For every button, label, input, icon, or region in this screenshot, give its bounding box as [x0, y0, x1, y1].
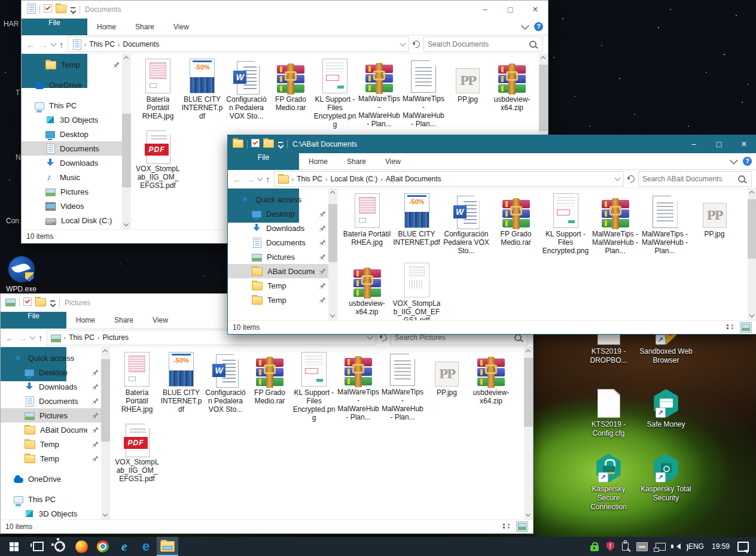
file-item[interactable]: usbdeview-x64.zip: [342, 263, 392, 320]
sidebar-item-temp[interactable]: Temp: [22, 57, 122, 72]
qat-properties-button[interactable]: [44, 4, 52, 15]
files-scrollbar[interactable]: [748, 189, 756, 320]
scroll-up-icon[interactable]: [539, 54, 548, 63]
scroll-up-icon[interactable]: [748, 189, 756, 198]
partial-desktop-label[interactable]: T: [16, 89, 20, 97]
sidebar-item-downloads[interactable]: Downloads: [228, 221, 328, 235]
volume-icon[interactable]: [673, 543, 681, 549]
taskbar-button-start[interactable]: [0, 537, 28, 556]
file-item[interactable]: Configuración Pedalera VOX Sto...: [441, 193, 491, 263]
file-item[interactable]: Batería Portátil RHEA.jpg: [115, 352, 159, 421]
taskbar-button-taskview[interactable]: [28, 537, 49, 556]
taskbar-button-chrome[interactable]: [92, 537, 114, 556]
taskbar-button-file-explorer[interactable]: [157, 537, 178, 556]
scroll-thumb[interactable]: [539, 65, 548, 131]
tab-share[interactable]: Share: [105, 312, 143, 328]
qat-properties-button[interactable]: [251, 139, 260, 150]
file-item[interactable]: Batería Portátil RHEA.jpg: [136, 59, 180, 128]
vmware-tools-icon[interactable]: [636, 542, 648, 551]
qat-properties-button[interactable]: [23, 297, 32, 308]
qat-location-button[interactable]: [5, 297, 16, 309]
tab-home[interactable]: Home: [66, 312, 105, 328]
qat-new-folder-button[interactable]: [263, 138, 274, 150]
help-icon[interactable]: [743, 157, 752, 166]
file-item[interactable]: usbdeview-x64.zip: [469, 352, 513, 421]
qat-new-folder-button[interactable]: [56, 4, 66, 16]
address-box[interactable]: ›This PC›Documents: [68, 37, 410, 52]
desktop-icon-kaspersky-secure-connection[interactable]: Kaspersky Secure Connection: [580, 451, 637, 512]
file-item[interactable]: Batería Portátil RHEA.jpg: [342, 193, 392, 263]
file-item[interactable]: VOX_StompLab_IIG_OM_EFGS1.pdf: [136, 128, 180, 198]
sidebar-item-abait-documents[interactable]: ABait Documents: [1, 423, 101, 437]
forward-button[interactable]: →: [39, 40, 48, 49]
file-item[interactable]: Configuración Pedalera VOX Sto...: [203, 352, 248, 421]
file-item[interactable]: MalWareTips - MalWareHub - Plan...: [380, 352, 425, 421]
file-item[interactable]: KL Support - Files Encrypted.png: [292, 352, 336, 421]
partial-desktop-label[interactable]: Con: [6, 217, 19, 225]
sidebar-item-temp[interactable]: Temp: [1, 437, 101, 451]
file-item[interactable]: PP.jpg: [446, 59, 490, 128]
sidebar-item-desktop[interactable]: Desktop: [1, 365, 101, 379]
scroll-down-icon[interactable]: [748, 311, 756, 320]
address-dropdown-icon[interactable]: [367, 334, 373, 340]
breadcrumb-item[interactable]: Local Disk (C:): [331, 175, 378, 183]
scroll-thumb[interactable]: [122, 114, 131, 187]
details-view-icon[interactable]: [724, 322, 736, 333]
partial-desktop-label[interactable]: N: [16, 153, 21, 162]
address-box[interactable]: ›This PC›Local Disk (C:)›ABait Documents: [274, 171, 624, 187]
sidebar-item-documents[interactable]: Documents: [1, 394, 101, 408]
desktop-icon-kts2019-config-cfg[interactable]: KTS2019 - Config.cfg: [580, 387, 637, 438]
expand-ribbon-icon[interactable]: [730, 156, 738, 164]
up-button[interactable]: ↑: [38, 333, 43, 342]
kaspersky-vpn-icon[interactable]: [590, 545, 599, 551]
scroll-thumb[interactable]: [328, 204, 337, 262]
desktop-icon-wpd-exe[interactable]: WPD.exe: [0, 251, 50, 294]
taskbar-button-settings[interactable]: [49, 537, 71, 556]
refresh-icon[interactable]: [411, 40, 421, 49]
file-item[interactable]: FP Grado Medio.rar: [248, 352, 292, 421]
file-item[interactable]: KL Support - Files Encrypted.png: [541, 193, 590, 263]
expand-ribbon-icon[interactable]: [521, 21, 529, 29]
qat-new-folder-button[interactable]: [35, 297, 46, 309]
desktop-icon-safe-money[interactable]: Safe Money: [638, 387, 694, 429]
file-item[interactable]: MalWareTips - MalWareHub - Plan...: [640, 193, 690, 263]
file-item[interactable]: PP.jpg: [425, 352, 469, 421]
breadcrumb-item[interactable]: Pictures: [103, 333, 129, 342]
scroll-up-icon[interactable]: [101, 347, 110, 356]
tab-home[interactable]: Home: [299, 153, 337, 169]
clock[interactable]: 19:59: [712, 542, 730, 551]
sidebar-item-documents[interactable]: Documents: [22, 141, 122, 156]
sidebar-item-downloads[interactable]: Downloads: [1, 379, 101, 394]
customize-qat-icon[interactable]: [278, 141, 284, 147]
search-input[interactable]: [639, 175, 738, 183]
details-view-icon[interactable]: [501, 521, 513, 532]
tab-home[interactable]: Home: [87, 19, 126, 35]
close-button[interactable]: [731, 135, 756, 153]
sidebar-scrollbar[interactable]: [101, 347, 110, 519]
security-alert-shield-icon[interactable]: [606, 542, 614, 551]
search-input[interactable]: [424, 40, 529, 48]
sidebar-item-music[interactable]: Music: [22, 170, 122, 184]
breadcrumb-item[interactable]: This PC: [297, 175, 322, 183]
taskbar-button-internet-explorer[interactable]: [114, 537, 135, 556]
file-item[interactable]: FP Grado Medio.rar: [491, 193, 541, 263]
sidebar-item-this-pc[interactable]: This PC: [22, 98, 122, 113]
scroll-down-icon[interactable]: [328, 311, 337, 320]
refresh-icon[interactable]: [626, 174, 636, 184]
sidebar-item-desktop[interactable]: Desktop: [228, 206, 328, 221]
usb-device-icon[interactable]: [622, 542, 629, 551]
breadcrumb-item[interactable]: This PC: [89, 40, 115, 48]
file-item[interactable]: BLUE CITY INTERNET.pdf: [392, 193, 441, 263]
minimize-button[interactable]: [472, 1, 498, 19]
file-item[interactable]: KL Support - Files Encrypted.png: [313, 59, 357, 128]
file-item[interactable]: FP Grado Medio.rar: [269, 59, 313, 128]
tab-view[interactable]: View: [376, 153, 410, 169]
scroll-thumb[interactable]: [524, 358, 533, 427]
sidebar-item-temp[interactable]: Temp: [1, 451, 101, 466]
sidebar-item-desktop[interactable]: Desktop: [22, 127, 122, 141]
scroll-up-icon[interactable]: [524, 347, 533, 356]
customize-qat-icon[interactable]: [70, 7, 76, 13]
file-item[interactable]: MalWareTips - MalWareHub - Plan...: [401, 59, 446, 128]
large-icons-view-icon[interactable]: [516, 521, 528, 532]
sidebar-item-3d-objects[interactable]: 3D Objects: [22, 113, 122, 127]
